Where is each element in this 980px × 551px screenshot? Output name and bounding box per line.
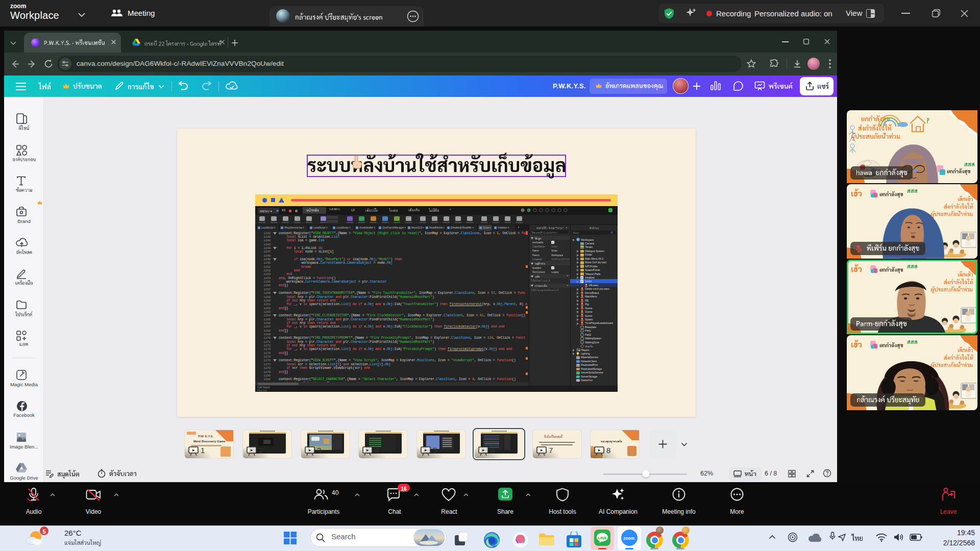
- svg-text:LINE: LINE: [598, 536, 606, 540]
